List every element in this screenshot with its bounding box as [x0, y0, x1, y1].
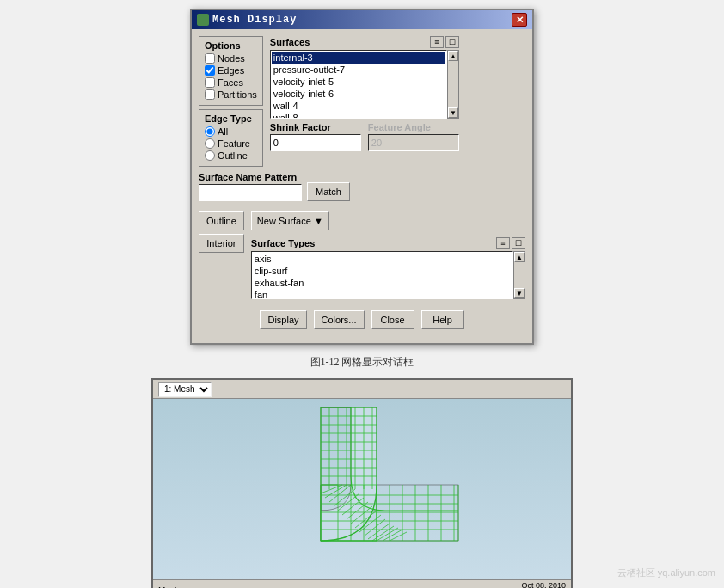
new-surface-button[interactable]: New Surface ▼	[251, 211, 329, 230]
all-radio-row: All	[205, 126, 257, 137]
dialog-title: Mesh Display	[212, 14, 297, 26]
partitions-label: Partitions	[218, 89, 257, 100]
list-item[interactable]: exhaust-fan	[253, 277, 512, 289]
list-item[interactable]: velocity-inlet-5	[272, 76, 445, 88]
outline-button[interactable]: Outline	[199, 211, 244, 230]
nodes-checkbox[interactable]	[205, 53, 215, 64]
mesh-viewport-footer: Mesh Oct 08, 2010 ANSYS FLUENT 12.1 (2d,…	[153, 579, 571, 588]
mesh-svg	[153, 399, 573, 579]
outline-interior-row: Outline Interior	[199, 211, 244, 299]
new-surface-section: New Surface ▼ Surface Types ≡ ☐ axis cli…	[251, 206, 525, 299]
options-label: Options	[205, 40, 257, 51]
list-item[interactable]: velocity-inlet-6	[272, 88, 445, 100]
top-row: Options Nodes Edges Faces	[199, 36, 525, 167]
surfaces-header: Surfaces ≡ ☐	[270, 36, 459, 48]
bottom-section: Outline Interior New Surface ▼ Surface T…	[199, 206, 525, 299]
mesh-viewport-container: 1: Mesh ANSYS	[151, 378, 573, 588]
edge-type-label: Edge Type	[205, 113, 257, 124]
partitions-checkbox-row: Partitions	[205, 89, 257, 100]
snp-group: Surface Name Pattern	[199, 172, 302, 201]
edges-checkbox[interactable]	[205, 65, 215, 76]
faces-label: Faces	[218, 77, 243, 88]
surface-types-section: Surface Types ≡ ☐ axis clip-surf exhaust…	[251, 237, 525, 299]
scroll-up-btn[interactable]: ▲	[448, 51, 458, 61]
surface-types-controls: ≡ ☐	[496, 237, 525, 249]
all-label: All	[218, 126, 228, 137]
surface-name-pattern-row: Surface Name Pattern Match	[199, 172, 525, 201]
mesh-display-dialog: Mesh Display ✕ Options Nodes Edges	[190, 9, 534, 345]
nodes-label: Nodes	[218, 53, 245, 64]
surface-types-select-btn[interactable]: ≡	[496, 237, 510, 249]
surface-types-title: Surface Types	[251, 238, 315, 248]
list-item[interactable]: clip-surf	[253, 265, 512, 277]
mesh-footer-info: Oct 08, 2010 ANSYS FLUENT 12.1 (2d, pbns…	[437, 581, 566, 588]
edges-checkbox-row: Edges	[205, 65, 257, 76]
dialog-icon	[197, 14, 209, 26]
scroll-down-btn[interactable]: ▼	[448, 107, 458, 118]
surfaces-list-controls: ≡ ☐	[430, 36, 459, 48]
nodes-checkbox-row: Nodes	[205, 53, 257, 64]
shrink-factor-label: Shrink Factor	[270, 122, 361, 132]
faces-checkbox[interactable]	[205, 77, 215, 88]
help-button[interactable]: Help	[421, 310, 464, 329]
mesh-viewport-header: 1: Mesh	[153, 380, 571, 399]
left-panel: Options Nodes Edges Faces	[199, 36, 263, 167]
colors-button[interactable]: Colors...	[314, 310, 365, 329]
surfaces-select-all-btn[interactable]: ≡	[430, 36, 444, 48]
surface-types-scrollbar[interactable]: ▲ ▼	[513, 251, 525, 299]
mesh-date: Oct 08, 2010	[437, 581, 566, 588]
surface-types-listbox[interactable]: axis clip-surf exhaust-fan fan	[251, 251, 513, 299]
mesh-view-select[interactable]: 1: Mesh	[158, 382, 212, 397]
feature-angle-label: Feature Angle	[368, 122, 459, 132]
list-item[interactable]: internal-3	[272, 52, 445, 64]
options-panel: Options Nodes Edges Faces	[199, 36, 263, 106]
feature-label: Feature	[218, 138, 250, 149]
snp-label: Surface Name Pattern	[199, 172, 302, 182]
surfaces-deselect-all-btn[interactable]: ☐	[445, 36, 459, 48]
title-bar-left: Mesh Display	[197, 14, 297, 26]
shrink-feature-row: Shrink Factor Feature Angle	[270, 122, 459, 151]
surfaces-list-container: internal-3 pressure-outlet-7 velocity-in…	[270, 50, 459, 119]
close-icon[interactable]: ✕	[512, 13, 527, 27]
right-section: Surfaces ≡ ☐ internal-3 pressure-outlet-…	[270, 36, 459, 167]
outline-radio-row: Outline	[205, 150, 257, 161]
mesh-viewport: ANSYS	[153, 399, 571, 579]
surface-types-deselect-btn[interactable]: ☐	[512, 237, 525, 249]
outline-radio-label: Outline	[218, 150, 248, 161]
list-item[interactable]: wall-4	[272, 100, 445, 112]
surface-types-list-container: axis clip-surf exhaust-fan fan ▲ ▼	[251, 251, 525, 299]
dialog-footer: Display Colors... Close Help	[199, 303, 525, 336]
surface-types-header: Surface Types ≡ ☐	[251, 237, 525, 249]
surface-name-pattern-input[interactable]	[199, 184, 302, 201]
surfaces-scrollbar[interactable]: ▲ ▼	[447, 50, 459, 119]
faces-checkbox-row: Faces	[205, 77, 257, 88]
title-bar: Mesh Display ✕	[192, 10, 532, 29]
display-button[interactable]: Display	[260, 310, 306, 329]
shrink-factor-group: Shrink Factor	[270, 122, 361, 151]
feature-radio-row: Feature	[205, 138, 257, 149]
shrink-factor-input[interactable]	[270, 134, 361, 151]
feature-radio[interactable]	[205, 138, 215, 149]
surfaces-listbox[interactable]: internal-3 pressure-outlet-7 velocity-in…	[270, 50, 447, 119]
list-item[interactable]: pressure-outlet-7	[272, 64, 445, 76]
new-surface-row: New Surface ▼	[251, 211, 525, 230]
dialog-body: Options Nodes Edges Faces	[192, 29, 532, 343]
outline-radio[interactable]	[205, 150, 215, 161]
edges-label: Edges	[218, 65, 244, 76]
all-radio[interactable]	[205, 126, 215, 137]
surfaces-title: Surfaces	[270, 37, 310, 47]
st-scroll-down-btn[interactable]: ▼	[514, 288, 525, 298]
caption-1: 图1-12 网格显示对话框	[310, 355, 414, 370]
list-item[interactable]: axis	[253, 253, 512, 265]
list-item[interactable]: fan	[253, 289, 512, 299]
match-button[interactable]: Match	[307, 182, 350, 201]
list-item[interactable]: wall-8	[272, 112, 445, 119]
partitions-checkbox[interactable]	[205, 89, 215, 100]
dialog-close-button[interactable]: Close	[371, 310, 414, 329]
edge-type-panel: Edge Type All Feature Outline	[199, 109, 263, 167]
watermark: 云栖社区 yq.aliyun.com	[617, 567, 715, 579]
feature-angle-input	[368, 134, 459, 151]
st-scroll-up-btn[interactable]: ▲	[514, 252, 525, 262]
interior-button[interactable]: Interior	[199, 234, 244, 253]
feature-angle-group: Feature Angle	[368, 122, 459, 151]
